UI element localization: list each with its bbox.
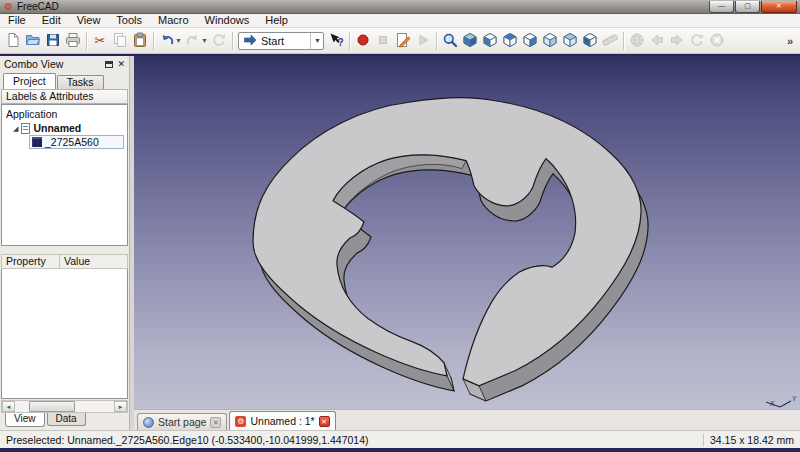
nav-forward-button <box>667 31 687 51</box>
fit-all-button[interactable] <box>440 31 460 51</box>
chevron-down-icon[interactable]: ▼ <box>310 33 321 49</box>
paste-button[interactable] <box>130 31 150 51</box>
panel-splitter-horizontal[interactable] <box>0 246 129 254</box>
view-top-button[interactable] <box>500 31 520 51</box>
print-icon <box>65 32 81 50</box>
save-button[interactable] <box>43 31 63 51</box>
close-button[interactable]: ✕ <box>761 1 797 13</box>
web-refresh-icon <box>689 32 705 50</box>
macro-edit-button[interactable] <box>393 31 413 51</box>
property-grid-header: Property Value <box>1 254 128 269</box>
tab-data[interactable]: Data <box>47 413 86 426</box>
menu-view[interactable]: View <box>69 14 109 27</box>
svg-text:?: ? <box>337 36 343 47</box>
menu-tools[interactable]: Tools <box>108 14 150 27</box>
menu-edit[interactable]: Edit <box>34 14 69 27</box>
maximize-button[interactable]: ▢ <box>735 1 760 13</box>
toolbar: ✂▼▼Start▼?» <box>0 28 800 54</box>
tree-node-part[interactable]: _2725A560 <box>2 135 127 149</box>
tab-view[interactable]: View <box>5 413 45 427</box>
horizontal-scrollbar[interactable]: ◂ ▸ <box>1 400 128 413</box>
workbench-icon <box>242 32 258 50</box>
view-right-button[interactable] <box>520 31 540 51</box>
measure-button <box>600 31 620 51</box>
document-tree[interactable]: Application ◢ Unnamed _2725A560 <box>1 104 128 246</box>
tab-tasks[interactable]: Tasks <box>57 75 104 89</box>
document-close-icon[interactable]: ✕ <box>319 416 330 427</box>
macro-record-button[interactable] <box>353 31 373 51</box>
scrollbar-track[interactable] <box>75 401 114 412</box>
axis-y-label: Y <box>792 395 797 402</box>
tab-project[interactable]: Project <box>3 73 56 89</box>
new-document-icon <box>5 32 21 50</box>
menu-windows[interactable]: Windows <box>197 14 258 27</box>
value-column-header[interactable]: Value <box>60 255 90 268</box>
undo-dropdown-icon[interactable]: ▼ <box>175 37 182 44</box>
window-frame-bottom <box>0 448 800 452</box>
whats-this-icon: ? <box>328 32 344 50</box>
tree-selection-box[interactable]: _2725A560 <box>29 135 124 149</box>
nav-forward-icon <box>669 32 685 50</box>
tree-root-application[interactable]: Application <box>2 107 127 121</box>
scroll-right-icon[interactable]: ▸ <box>114 401 127 412</box>
paste-icon <box>132 32 148 50</box>
expander-icon[interactable]: ◢ <box>13 125 18 132</box>
title-bar: ⚙ FreeCAD — ▢ ✕ <box>0 0 800 14</box>
view-top-icon <box>502 32 518 50</box>
nav-back-button <box>647 31 667 51</box>
document-icon <box>21 123 30 134</box>
workbench-selector[interactable]: Start▼ <box>238 32 324 50</box>
tree-node-document[interactable]: ◢ Unnamed <box>2 121 127 135</box>
toolbar-overflow-icon[interactable]: » <box>787 35 797 47</box>
view-rear-icon <box>542 32 558 50</box>
open-button[interactable] <box>23 31 43 51</box>
cut-icon: ✂ <box>95 33 106 49</box>
view-bottom-button[interactable] <box>560 31 580 51</box>
web-refresh-button <box>687 31 707 51</box>
web-home-button <box>627 31 647 51</box>
view-rear-button[interactable] <box>540 31 560 51</box>
toolbar-separator <box>623 32 624 50</box>
panel-float-icon[interactable] <box>105 61 113 68</box>
scrollbar-thumb[interactable] <box>29 401 75 412</box>
property-column-header[interactable]: Property <box>2 255 60 268</box>
toolbar-separator <box>232 32 233 50</box>
web-stop-button <box>707 31 727 51</box>
combo-view-titlebar[interactable]: Combo View ✕ <box>0 56 129 72</box>
view-axonometric-button[interactable] <box>460 31 480 51</box>
menu-help[interactable]: Help <box>257 14 296 27</box>
minimize-button[interactable]: — <box>709 1 734 13</box>
web-stop-icon <box>709 32 725 50</box>
new-document-button[interactable] <box>3 31 23 51</box>
save-icon <box>45 32 61 50</box>
macro-record-icon <box>355 32 371 50</box>
property-grid-body[interactable] <box>1 269 128 399</box>
menu-file[interactable]: File <box>0 14 34 27</box>
start-page-close-icon[interactable]: ✕ <box>210 417 221 428</box>
macro-play-icon <box>415 32 431 50</box>
part-cube-icon <box>32 137 42 147</box>
view-front-button[interactable] <box>480 31 500 51</box>
panel-close-icon[interactable]: ✕ <box>117 60 125 68</box>
undo-icon <box>159 32 175 50</box>
workbench-value: Start <box>261 35 307 47</box>
view-bottom-icon <box>562 32 578 50</box>
refresh-icon <box>211 32 227 50</box>
macro-play-button <box>413 31 433 51</box>
undo-button[interactable] <box>157 31 177 51</box>
print-button[interactable] <box>63 31 83 51</box>
start-page-globe-icon <box>143 417 154 428</box>
tree-header: Labels & Attributes <box>1 89 128 104</box>
web-home-icon <box>629 32 645 50</box>
view-left-button[interactable] <box>580 31 600 51</box>
scroll-left-icon[interactable]: ◂ <box>2 401 15 412</box>
tab-unnamed-document[interactable]: ⚙ Unnamed : 1* ✕ <box>229 411 335 430</box>
tab-start-page[interactable]: Start page ✕ <box>137 413 227 430</box>
menu-macro[interactable]: Macro <box>150 14 197 27</box>
combo-view-title: Combo View <box>4 58 63 70</box>
main-area: Combo View ✕ Project Tasks Labels & Attr… <box>0 56 800 430</box>
3d-viewport[interactable]: X Y <box>134 56 800 409</box>
whats-this-button[interactable]: ? <box>326 31 346 51</box>
cut-button[interactable]: ✂ <box>90 31 110 51</box>
redo-button <box>183 31 203 51</box>
